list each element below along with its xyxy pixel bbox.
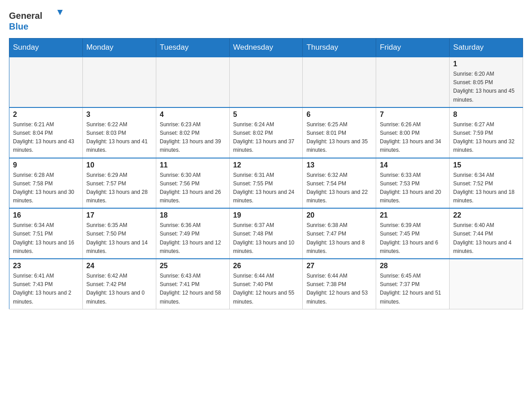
day-info: Sunrise: 6:40 AMSunset: 7:44 PMDaylight:… (453, 221, 519, 256)
day-info: Sunrise: 6:25 AMSunset: 8:01 PMDaylight:… (306, 120, 372, 155)
day-number: 23 (13, 262, 79, 270)
day-of-week-header: Monday (82, 39, 156, 57)
calendar-week-row: 1Sunrise: 6:20 AMSunset: 8:05 PMDaylight… (9, 57, 523, 107)
day-number: 13 (306, 161, 372, 169)
day-info: Sunrise: 6:22 AMSunset: 8:03 PMDaylight:… (86, 120, 152, 155)
calendar-day-cell: 26Sunrise: 6:44 AMSunset: 7:40 PMDayligh… (229, 259, 303, 309)
day-number: 28 (380, 262, 446, 270)
day-number: 27 (306, 262, 372, 270)
day-info: Sunrise: 6:44 AMSunset: 7:40 PMDaylight:… (233, 272, 299, 306)
day-info: Sunrise: 6:42 AMSunset: 7:42 PMDaylight:… (86, 272, 152, 306)
calendar-day-cell: 2Sunrise: 6:21 AMSunset: 8:04 PMDaylight… (9, 107, 83, 158)
calendar-week-row: 2Sunrise: 6:21 AMSunset: 8:04 PMDaylight… (9, 107, 523, 158)
day-of-week-header: Thursday (303, 39, 376, 57)
day-info: Sunrise: 6:37 AMSunset: 7:48 PMDaylight:… (233, 221, 299, 256)
day-of-week-header: Saturday (450, 39, 523, 57)
day-info: Sunrise: 6:20 AMSunset: 8:05 PMDaylight:… (453, 70, 519, 104)
calendar-day-cell: 4Sunrise: 6:23 AMSunset: 8:02 PMDaylight… (156, 107, 229, 158)
calendar-week-row: 9Sunrise: 6:28 AMSunset: 7:58 PMDaylight… (9, 158, 523, 209)
calendar-day-cell: 11Sunrise: 6:30 AMSunset: 7:56 PMDayligh… (156, 158, 229, 209)
day-info: Sunrise: 6:29 AMSunset: 7:57 PMDaylight:… (86, 171, 152, 206)
day-number: 16 (13, 211, 79, 219)
svg-text:Blue: Blue (9, 21, 28, 31)
calendar-day-cell (156, 57, 229, 107)
day-number: 14 (380, 161, 446, 169)
day-info: Sunrise: 6:34 AMSunset: 7:52 PMDaylight:… (453, 171, 519, 206)
logo-svg: General Blue (9, 9, 67, 34)
day-info: Sunrise: 6:24 AMSunset: 8:02 PMDaylight:… (233, 120, 299, 155)
day-info: Sunrise: 6:45 AMSunset: 7:37 PMDaylight:… (380, 272, 446, 306)
calendar-day-cell (82, 57, 156, 107)
calendar-day-cell: 17Sunrise: 6:35 AMSunset: 7:50 PMDayligh… (82, 208, 156, 259)
calendar-day-cell (9, 57, 83, 107)
calendar-table: SundayMondayTuesdayWednesdayThursdayFrid… (9, 38, 523, 309)
day-number: 18 (160, 211, 226, 219)
calendar-day-cell: 7Sunrise: 6:26 AMSunset: 8:00 PMDaylight… (376, 107, 450, 158)
logo: General Blue (9, 9, 67, 34)
day-number: 22 (453, 211, 519, 219)
day-info: Sunrise: 6:30 AMSunset: 7:56 PMDaylight:… (160, 171, 226, 206)
calendar-day-cell: 10Sunrise: 6:29 AMSunset: 7:57 PMDayligh… (82, 158, 156, 209)
day-of-week-header: Friday (376, 39, 450, 57)
day-info: Sunrise: 6:34 AMSunset: 7:51 PMDaylight:… (13, 221, 79, 256)
day-number: 12 (233, 161, 299, 169)
calendar-day-cell: 28Sunrise: 6:45 AMSunset: 7:37 PMDayligh… (376, 259, 450, 309)
calendar-day-cell: 18Sunrise: 6:36 AMSunset: 7:49 PMDayligh… (156, 208, 229, 259)
calendar-day-cell: 8Sunrise: 6:27 AMSunset: 7:59 PMDaylight… (450, 107, 523, 158)
calendar-day-cell: 22Sunrise: 6:40 AMSunset: 7:44 PMDayligh… (450, 208, 523, 259)
day-number: 3 (86, 111, 152, 119)
calendar-day-cell: 1Sunrise: 6:20 AMSunset: 8:05 PMDaylight… (450, 57, 523, 107)
day-of-week-header: Wednesday (229, 39, 303, 57)
day-number: 10 (86, 161, 152, 169)
day-number: 7 (380, 111, 446, 119)
day-info: Sunrise: 6:39 AMSunset: 7:45 PMDaylight:… (380, 221, 446, 256)
day-number: 19 (233, 211, 299, 219)
day-number: 17 (86, 211, 152, 219)
calendar-day-cell (450, 259, 523, 309)
day-number: 26 (233, 262, 299, 270)
page-header: General Blue (9, 9, 523, 34)
day-number: 21 (380, 211, 446, 219)
day-number: 24 (86, 262, 152, 270)
day-number: 5 (233, 111, 299, 119)
calendar-day-cell: 20Sunrise: 6:38 AMSunset: 7:47 PMDayligh… (303, 208, 376, 259)
day-info: Sunrise: 6:33 AMSunset: 7:53 PMDaylight:… (380, 171, 446, 206)
day-info: Sunrise: 6:21 AMSunset: 8:04 PMDaylight:… (13, 120, 79, 155)
day-number: 11 (160, 161, 226, 169)
calendar-day-cell: 23Sunrise: 6:41 AMSunset: 7:43 PMDayligh… (9, 259, 83, 309)
calendar-day-cell: 9Sunrise: 6:28 AMSunset: 7:58 PMDaylight… (9, 158, 83, 209)
day-number: 9 (13, 161, 79, 169)
day-number: 1 (453, 60, 519, 68)
day-of-week-header: Sunday (9, 39, 83, 57)
calendar-day-cell: 21Sunrise: 6:39 AMSunset: 7:45 PMDayligh… (376, 208, 450, 259)
calendar-day-cell: 19Sunrise: 6:37 AMSunset: 7:48 PMDayligh… (229, 208, 303, 259)
day-info: Sunrise: 6:35 AMSunset: 7:50 PMDaylight:… (86, 221, 152, 256)
calendar-day-cell: 12Sunrise: 6:31 AMSunset: 7:55 PMDayligh… (229, 158, 303, 209)
calendar-day-cell: 27Sunrise: 6:44 AMSunset: 7:38 PMDayligh… (303, 259, 376, 309)
day-number: 25 (160, 262, 226, 270)
calendar-week-row: 16Sunrise: 6:34 AMSunset: 7:51 PMDayligh… (9, 208, 523, 259)
calendar-header-row: SundayMondayTuesdayWednesdayThursdayFrid… (9, 39, 523, 57)
day-info: Sunrise: 6:38 AMSunset: 7:47 PMDaylight:… (306, 221, 372, 256)
day-info: Sunrise: 6:32 AMSunset: 7:54 PMDaylight:… (306, 171, 372, 206)
calendar-day-cell (229, 57, 303, 107)
calendar-week-row: 23Sunrise: 6:41 AMSunset: 7:43 PMDayligh… (9, 259, 523, 309)
calendar-day-cell: 5Sunrise: 6:24 AMSunset: 8:02 PMDaylight… (229, 107, 303, 158)
day-info: Sunrise: 6:36 AMSunset: 7:49 PMDaylight:… (160, 221, 226, 256)
calendar-day-cell: 13Sunrise: 6:32 AMSunset: 7:54 PMDayligh… (303, 158, 376, 209)
calendar-day-cell (303, 57, 376, 107)
day-info: Sunrise: 6:28 AMSunset: 7:58 PMDaylight:… (13, 171, 79, 206)
day-info: Sunrise: 6:43 AMSunset: 7:41 PMDaylight:… (160, 272, 226, 306)
svg-marker-1 (57, 10, 63, 15)
day-number: 2 (13, 111, 79, 119)
calendar-day-cell: 25Sunrise: 6:43 AMSunset: 7:41 PMDayligh… (156, 259, 229, 309)
calendar-day-cell: 15Sunrise: 6:34 AMSunset: 7:52 PMDayligh… (450, 158, 523, 209)
day-of-week-header: Tuesday (156, 39, 229, 57)
calendar-day-cell: 6Sunrise: 6:25 AMSunset: 8:01 PMDaylight… (303, 107, 376, 158)
calendar-day-cell (376, 57, 450, 107)
day-info: Sunrise: 6:27 AMSunset: 7:59 PMDaylight:… (453, 120, 519, 155)
svg-text:General: General (9, 11, 42, 21)
day-number: 20 (306, 211, 372, 219)
day-number: 15 (453, 161, 519, 169)
day-info: Sunrise: 6:31 AMSunset: 7:55 PMDaylight:… (233, 171, 299, 206)
